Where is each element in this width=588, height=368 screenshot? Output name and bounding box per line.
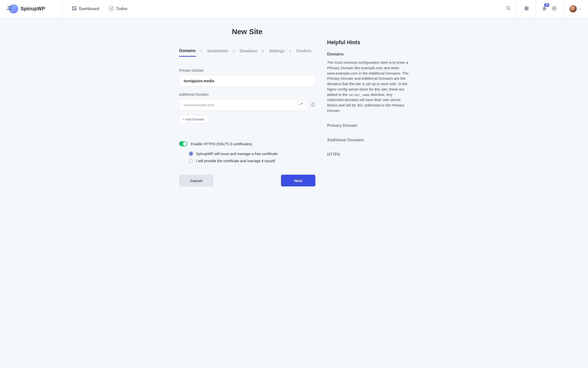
topbar-right: 50 bbox=[500, 0, 588, 17]
hints-section-domains: Domains The most common configuration he… bbox=[327, 52, 409, 118]
settings-button[interactable] bbox=[517, 0, 536, 17]
divider bbox=[179, 132, 315, 132]
svg-point-5 bbox=[506, 6, 509, 9]
additional-domain-input[interactable] bbox=[179, 99, 308, 111]
hints-section-primary-domain[interactable]: Primary Domain bbox=[327, 118, 409, 133]
bell-icon bbox=[542, 8, 547, 12]
notifications-button[interactable]: 50 bbox=[542, 6, 547, 12]
hints-section-additional-domains[interactable]: Additional Domains bbox=[327, 133, 409, 147]
topbar: SpinupWP Dashboard Todos bbox=[0, 0, 588, 18]
wizard-step-database[interactable]: Database bbox=[240, 46, 257, 56]
additional-domains-label: Additional Domains bbox=[179, 92, 315, 96]
hints-sidebar: Helpful Hints Domains The most common co… bbox=[327, 27, 409, 186]
hints-domains-heading: Domains bbox=[327, 52, 409, 56]
search-icon bbox=[506, 6, 511, 12]
certificate-radio-group: SpinupWP will issue and manage a free ce… bbox=[179, 152, 315, 163]
main-column: New Site Domains Installation Database S… bbox=[179, 27, 315, 186]
nav-dashboard[interactable]: Dashboard bbox=[72, 6, 99, 12]
hints-text-pre: The most common configuration here is to… bbox=[327, 60, 408, 97]
wizard-step-installation[interactable]: Installation bbox=[208, 46, 228, 56]
wizard-actions: Cancel Next bbox=[179, 175, 315, 186]
primary-domain-label: Primary Domain bbox=[179, 68, 315, 72]
chevron-right-icon bbox=[201, 50, 203, 53]
wizard-steps: Domains Installation Database Settings C… bbox=[179, 46, 315, 57]
logo-icon bbox=[8, 4, 18, 14]
svg-rect-3 bbox=[74, 8, 76, 11]
avatar bbox=[569, 5, 577, 13]
additional-domain-row: ✕ bbox=[179, 99, 315, 111]
brand-name: SpinupWP bbox=[21, 6, 45, 12]
page-title: New Site bbox=[179, 27, 315, 36]
logo[interactable]: SpinupWP bbox=[0, 0, 62, 17]
todos-icon bbox=[109, 6, 114, 12]
wizard-step-domains[interactable]: Domains bbox=[179, 46, 196, 57]
gear-icon bbox=[524, 6, 529, 12]
svg-rect-2 bbox=[72, 9, 74, 11]
next-button[interactable]: Next bbox=[281, 175, 315, 186]
hints-additional-heading: Additional Domains bbox=[327, 138, 409, 142]
svg-line-6 bbox=[509, 9, 510, 10]
content: New Site Domains Installation Database S… bbox=[0, 18, 588, 186]
dashboard-icon bbox=[72, 6, 76, 12]
svg-rect-0 bbox=[72, 6, 74, 8]
hints-primary-heading: Primary Domain bbox=[327, 123, 409, 128]
radio-input bbox=[189, 159, 193, 163]
radio-own-cert[interactable]: I will provide the certificate and manag… bbox=[189, 159, 315, 163]
radio-managed-cert[interactable]: SpinupWP will issue and manage a free ce… bbox=[189, 152, 315, 156]
nav-todos-label: Todos bbox=[116, 7, 128, 11]
hints-https-heading: HTTPS bbox=[327, 152, 409, 157]
close-icon: ✕ bbox=[312, 103, 314, 106]
notification-count: 50 bbox=[544, 3, 549, 7]
main-nav: Dashboard Todos bbox=[62, 0, 500, 17]
search-button[interactable] bbox=[500, 0, 517, 17]
https-toggle-label: Enable HTTPS (SSL/TLS certificates) bbox=[191, 142, 252, 146]
radio-label: I will provide the certificate and manag… bbox=[196, 159, 275, 163]
chevron-right-icon bbox=[262, 50, 264, 53]
svg-rect-1 bbox=[74, 6, 76, 7]
radio-label: SpinupWP will issue and manage a free ce… bbox=[196, 152, 278, 156]
wizard-step-settings[interactable]: Settings bbox=[269, 46, 284, 56]
header-icons-group: 50 bbox=[536, 0, 563, 17]
radio-input bbox=[189, 152, 193, 156]
hints-code: server_name bbox=[349, 93, 370, 97]
redirect-toggle-button[interactable] bbox=[297, 101, 306, 109]
account-menu[interactable] bbox=[563, 0, 588, 17]
hints-section-https[interactable]: HTTPS bbox=[327, 147, 409, 162]
redirect-arrow-icon bbox=[300, 103, 304, 107]
https-toggle-row: Enable HTTPS (SSL/TLS certificates) bbox=[179, 141, 315, 146]
help-button[interactable] bbox=[552, 6, 556, 11]
nav-todos[interactable]: Todos bbox=[109, 6, 128, 12]
nav-dashboard-label: Dashboard bbox=[79, 7, 99, 11]
chevron-right-icon bbox=[233, 50, 235, 53]
cancel-button[interactable]: Cancel bbox=[179, 175, 213, 186]
hints-domains-body: The most common configuration here is to… bbox=[327, 60, 409, 113]
chevron-down-icon bbox=[579, 7, 582, 11]
globe-icon bbox=[552, 7, 556, 11]
wizard-step-confirm[interactable]: Confirm bbox=[296, 46, 311, 56]
hints-title: Helpful Hints bbox=[327, 39, 409, 46]
https-toggle[interactable] bbox=[179, 141, 187, 146]
remove-domain-button[interactable]: ✕ bbox=[311, 103, 315, 107]
add-domain-button[interactable]: + Add Domain bbox=[179, 115, 208, 123]
chevron-right-icon bbox=[289, 50, 291, 53]
primary-domain-input[interactable] bbox=[179, 75, 315, 87]
